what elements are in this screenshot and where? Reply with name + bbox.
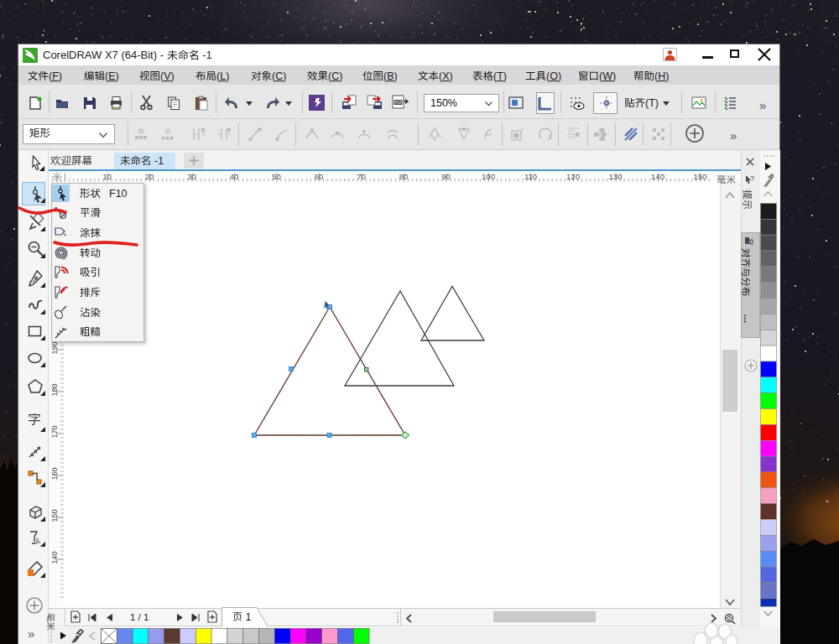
svg-text:150: 150 <box>694 172 707 181</box>
svg-text:20: 20 <box>145 172 154 181</box>
svg-text:100: 100 <box>482 172 495 181</box>
svg-text:150: 150 <box>50 509 59 522</box>
svg-text:180: 180 <box>50 383 59 396</box>
svg-text:140: 140 <box>651 172 664 181</box>
svg-text:90: 90 <box>441 172 451 181</box>
svg-text:130: 130 <box>609 172 623 181</box>
svg-text:160: 160 <box>50 467 59 480</box>
svg-text:40: 40 <box>230 172 239 181</box>
svg-text:110: 110 <box>524 172 537 181</box>
svg-text:PDF: PDF <box>394 101 402 105</box>
svg-text:50: 50 <box>272 172 281 181</box>
svg-text:60: 60 <box>315 172 324 181</box>
svg-text:120: 120 <box>566 172 580 181</box>
svg-text:?: ? <box>750 174 754 183</box>
svg-text:190: 190 <box>50 341 59 354</box>
svg-text:80: 80 <box>399 172 409 181</box>
svg-text:30: 30 <box>187 172 196 181</box>
svg-text:170: 170 <box>50 425 59 438</box>
svg-text:70: 70 <box>357 172 366 181</box>
svg-text:10: 10 <box>102 172 112 181</box>
svg-text:140: 140 <box>50 551 59 564</box>
